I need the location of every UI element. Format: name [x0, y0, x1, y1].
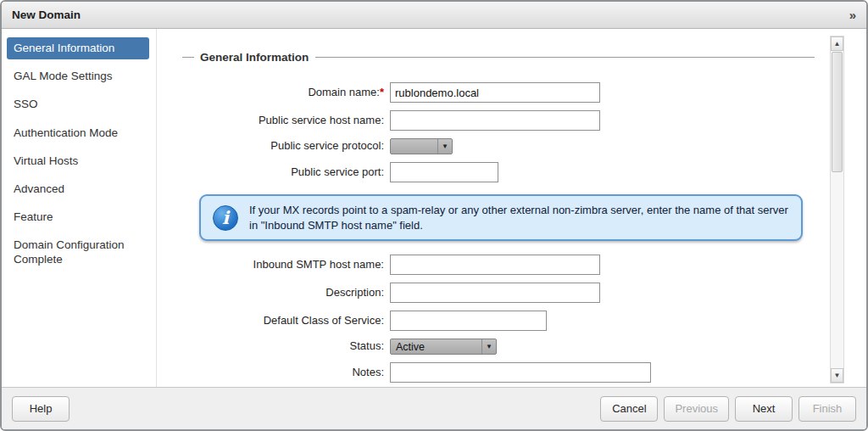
- scrollbar-track[interactable]: [831, 51, 843, 368]
- general-information-form: General Information Domain name:* Public…: [157, 29, 825, 387]
- sidebar-item-sso[interactable]: SSO: [7, 93, 149, 115]
- finish-button[interactable]: Finish: [798, 396, 856, 422]
- previous-button[interactable]: Previous: [664, 396, 729, 422]
- field-row-public-service-host: Public service host name:: [182, 110, 825, 131]
- mx-records-info-box: i If your MX records point to a spam-rel…: [199, 194, 803, 241]
- chevron-down-icon: ▼: [481, 339, 496, 354]
- sidebar-item-virtual-hosts[interactable]: Virtual Hosts: [7, 150, 149, 172]
- sidebar-item-advanced[interactable]: Advanced: [7, 178, 149, 200]
- public-service-host-label: Public service host name:: [182, 115, 390, 127]
- section-header-line: [315, 57, 815, 58]
- sidebar-item-authentication-mode[interactable]: Authentication Mode: [7, 122, 149, 144]
- inbound-smtp-host-label: Inbound SMTP host name:: [182, 259, 390, 271]
- sidebar-item-feature[interactable]: Feature: [7, 206, 149, 228]
- sidebar-item-gal-mode-settings[interactable]: GAL Mode Settings: [7, 65, 149, 87]
- field-row-domain-name: Domain name:*: [182, 82, 825, 103]
- scroll-down-button[interactable]: ▼: [831, 368, 843, 383]
- public-service-protocol-dropdown[interactable]: ▼: [390, 138, 453, 154]
- public-service-port-label: Public service port:: [182, 166, 390, 179]
- description-input[interactable]: [390, 283, 600, 303]
- vertical-scrollbar: ▲ ▼: [830, 36, 844, 383]
- dialog-title: New Domain: [12, 8, 81, 21]
- field-row-inbound-smtp-host: Inbound SMTP host name:: [182, 255, 825, 275]
- status-label: Status:: [182, 340, 390, 353]
- description-label: Description:: [182, 287, 390, 299]
- field-row-default-cos: Default Class of Service:: [182, 311, 825, 331]
- field-row-status: Status: Active ▼: [182, 339, 825, 355]
- chevron-down-icon: ▼: [437, 139, 452, 154]
- notes-label: Notes:: [182, 367, 390, 379]
- help-button[interactable]: Help: [12, 396, 70, 422]
- expand-chevrons-icon[interactable]: »: [849, 8, 856, 21]
- cancel-button[interactable]: Cancel: [600, 396, 658, 422]
- domain-name-label: Domain name:*: [182, 87, 390, 99]
- wizard-steps-sidebar: General Information GAL Mode Settings SS…: [2, 29, 157, 387]
- inbound-smtp-host-input[interactable]: [390, 255, 600, 275]
- sidebar-item-general-information[interactable]: General Information: [7, 37, 149, 59]
- scrollbar-thumb[interactable]: [832, 52, 843, 172]
- notes-input[interactable]: [390, 362, 651, 383]
- dialog-footer: Help Cancel Previous Next Finish: [2, 387, 866, 429]
- scroll-up-button[interactable]: ▲: [831, 36, 843, 51]
- domain-name-input[interactable]: [390, 82, 600, 103]
- section-header: General Information: [182, 51, 825, 64]
- section-title: General Information: [200, 51, 309, 64]
- info-icon: i: [213, 205, 238, 231]
- new-domain-dialog: New Domain » General Information GAL Mod…: [0, 0, 868, 431]
- field-row-description: Description:: [182, 283, 825, 303]
- default-cos-label: Default Class of Service:: [182, 315, 390, 327]
- default-cos-input[interactable]: [390, 311, 547, 331]
- dialog-titlebar: New Domain »: [2, 2, 866, 29]
- required-asterisk: *: [380, 86, 384, 98]
- public-service-port-input[interactable]: [390, 162, 498, 182]
- arrow-up-icon: ▲: [834, 40, 841, 48]
- public-service-protocol-label: Public service protocol:: [182, 140, 390, 153]
- sidebar-item-domain-configuration-complete[interactable]: Domain Configuration Complete: [7, 234, 149, 270]
- next-button[interactable]: Next: [735, 396, 793, 422]
- status-value: Active: [391, 341, 481, 353]
- info-box-text: If your MX records point to a spam-relay…: [249, 203, 789, 232]
- field-row-notes: Notes:: [182, 362, 825, 383]
- field-row-public-service-port: Public service port:: [182, 162, 825, 182]
- field-row-public-service-protocol: Public service protocol: ▼: [182, 138, 825, 154]
- section-header-dash: [182, 57, 194, 58]
- arrow-down-icon: ▼: [834, 372, 841, 379]
- public-service-host-input[interactable]: [390, 110, 600, 131]
- status-dropdown[interactable]: Active ▼: [390, 339, 497, 355]
